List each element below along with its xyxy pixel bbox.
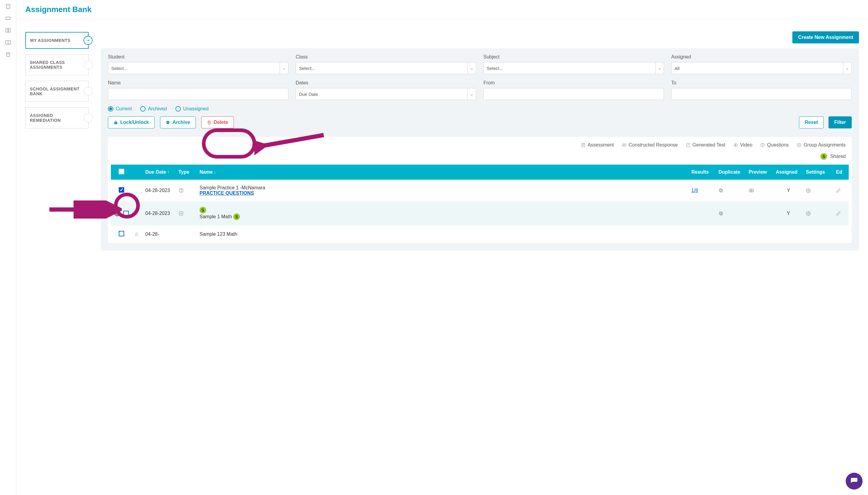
subject-value: Select...	[487, 66, 503, 71]
expand-row-icon[interactable]: +	[114, 210, 120, 217]
th-duplicate[interactable]: Duplicate	[716, 165, 746, 180]
legend-label: Generated Test	[693, 142, 726, 148]
from-input[interactable]	[483, 88, 664, 100]
video-icon	[733, 142, 738, 148]
row-name-sub-link[interactable]: PRACTICE QUESTIONS	[199, 190, 254, 195]
student-value: Select...	[111, 66, 127, 71]
legend-label: Constructed Response	[629, 142, 678, 148]
status-radio-group: Current Archived Unassigned	[108, 106, 852, 112]
arrow-right-icon	[84, 36, 92, 45]
tab-label: ASSIGNED REMEDIATION	[30, 113, 60, 123]
shared-label: Shared	[830, 154, 846, 159]
select-all-checkbox[interactable]	[119, 169, 124, 174]
th-assigned[interactable]: Assigned	[774, 165, 803, 180]
row-checkbox[interactable]	[119, 231, 124, 236]
shared-badge-icon: S	[233, 214, 240, 220]
tab-label: MY ASSIGNMENTS	[30, 38, 71, 43]
questions-icon	[760, 142, 765, 148]
legend-label: Questions	[767, 142, 789, 148]
row-edit-icon	[834, 225, 849, 243]
delete-button[interactable]: Delete	[201, 116, 234, 129]
row-preview-icon[interactable]	[746, 180, 774, 201]
create-assignment-button[interactable]: Create New Assignment	[792, 31, 859, 44]
help-chat-button[interactable]	[846, 473, 863, 490]
dates-select[interactable]: Due Date ⌄	[296, 88, 476, 100]
filter-button[interactable]: Filter	[829, 116, 852, 129]
class-select[interactable]: Select... ⌄	[296, 62, 476, 74]
row-settings-icon[interactable]	[803, 201, 834, 225]
to-input[interactable]	[671, 88, 852, 100]
nav-projector-icon[interactable]	[5, 15, 12, 22]
tab-my-assignments[interactable]: MY ASSIGNMENTS	[25, 32, 89, 49]
group-icon	[797, 142, 801, 148]
row-checkbox[interactable]	[119, 187, 124, 193]
filter-panel: Student Select... ⌄ Class Select... ⌄	[101, 48, 859, 251]
row-settings-icon[interactable]	[803, 180, 834, 201]
assigned-select[interactable]: All ⌄	[671, 62, 852, 74]
nav-building-icon[interactable]	[5, 3, 12, 10]
th-preview[interactable]: Preview	[746, 165, 774, 180]
legend-group: Group Assignments	[797, 142, 846, 148]
minus-circle-icon	[166, 120, 170, 124]
nav-book-icon[interactable]	[5, 27, 12, 34]
th-name[interactable]: Name↓	[197, 165, 689, 180]
icon-rail	[0, 0, 16, 495]
subject-select[interactable]: Select... ⌄	[483, 62, 664, 74]
row-duplicate-icon[interactable]	[716, 180, 746, 201]
row-results	[689, 225, 716, 243]
assessment-icon	[581, 142, 586, 148]
th-type[interactable]: Type	[176, 165, 197, 180]
lock-icon	[114, 120, 118, 124]
class-value: Select...	[299, 66, 315, 71]
radio-archived[interactable]: Archived	[140, 106, 167, 112]
tab-circle-icon	[84, 113, 93, 122]
row-duplicate-icon[interactable]	[716, 225, 746, 243]
row-edit-icon[interactable]	[834, 180, 849, 201]
results-table: Due Date↑ Type Name↓ Results Duplicate P…	[111, 165, 849, 243]
tab-label: SHARED CLASS ASSIGNMENTS	[30, 60, 65, 70]
radio-unassigned[interactable]: Unassigned	[175, 106, 209, 112]
table-row: +04-28-2023SSample 1 Math SY	[111, 201, 849, 225]
svg-rect-43	[135, 234, 138, 236]
th-edit[interactable]: Ed	[834, 165, 849, 180]
nav-clipboard-icon[interactable]	[5, 51, 12, 58]
tab-school-bank[interactable]: SCHOOL ASSIGNMENT BANK	[25, 81, 89, 102]
class-label: Class	[296, 54, 476, 60]
svg-rect-32	[720, 190, 723, 192]
th-due-date[interactable]: Due Date↑	[143, 165, 176, 180]
row-checkbox[interactable]	[123, 211, 129, 216]
reset-button[interactable]: Reset	[799, 116, 824, 129]
svg-point-31	[181, 191, 181, 192]
student-select[interactable]: Select... ⌄	[108, 62, 289, 74]
from-label: From	[483, 80, 664, 86]
lock-label: Lock/Unlock	[120, 120, 149, 125]
nav-open-book-icon[interactable]	[5, 39, 12, 46]
row-edit-icon[interactable]	[834, 201, 849, 225]
tab-label: SCHOOL ASSIGNMENT BANK	[30, 86, 80, 96]
svg-rect-33	[719, 189, 722, 191]
row-settings-icon[interactable]	[803, 225, 834, 243]
row-type-icon	[176, 201, 197, 225]
row-duplicate-icon[interactable]	[716, 201, 746, 225]
th-settings[interactable]: Settings	[803, 165, 834, 180]
svg-point-42	[808, 213, 809, 214]
chevron-down-icon: ⌄	[655, 63, 664, 74]
th-results[interactable]: Results	[689, 165, 716, 180]
row-preview-icon	[746, 201, 774, 225]
side-tabs: MY ASSIGNMENTS SHARED CLASS ASSIGNMENTS …	[25, 32, 89, 129]
radio-label: Unassigned	[183, 106, 209, 112]
tab-shared-class[interactable]: SHARED CLASS ASSIGNMENTS	[25, 54, 89, 75]
name-input[interactable]	[108, 88, 289, 100]
archive-button[interactable]: Archive	[160, 116, 196, 129]
row-results[interactable]: 1/8	[689, 180, 716, 201]
radio-current[interactable]: Current	[108, 106, 132, 112]
row-assigned: Y	[774, 180, 803, 201]
lock-unlock-button[interactable]: Lock/Unlock	[108, 116, 155, 129]
row-type-icon	[176, 225, 197, 243]
svg-rect-19	[622, 144, 626, 146]
svg-rect-6	[6, 17, 10, 19]
svg-marker-24	[735, 144, 736, 146]
row-name: Sample Practice 1 -McNamaraPRACTICE QUES…	[197, 180, 689, 201]
tab-assigned-remediation[interactable]: ASSIGNED REMEDIATION	[25, 107, 89, 129]
assigned-value: All	[675, 66, 680, 71]
